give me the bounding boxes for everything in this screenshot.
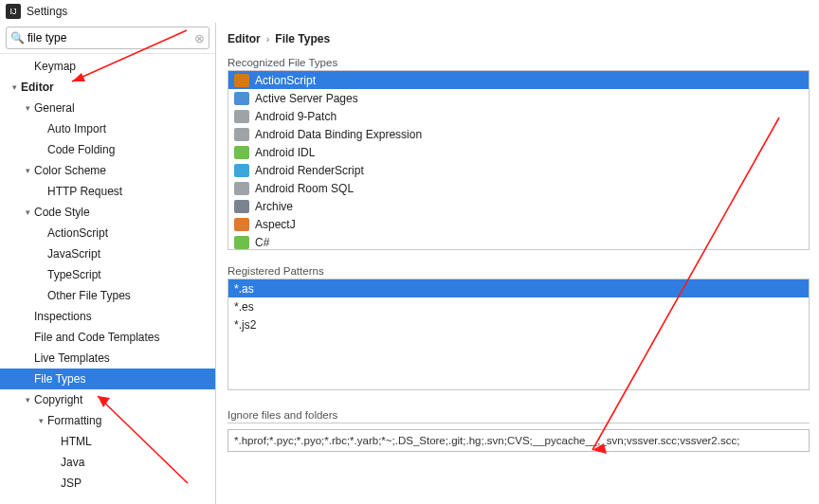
- pattern-row[interactable]: *.es: [228, 297, 809, 315]
- chevron-down-icon: ▾: [23, 103, 32, 113]
- filetype-row[interactable]: Android IDL: [228, 143, 809, 161]
- tree-item-label: General: [34, 101, 75, 115]
- breadcrumb: Editor › File Types: [228, 28, 810, 55]
- tree-item[interactable]: Inspections: [0, 306, 215, 327]
- tree-item-label: Inspections: [34, 310, 92, 323]
- filetype-row[interactable]: Active Server Pages: [228, 89, 809, 107]
- filetype-label: Android IDL: [255, 146, 315, 159]
- content-pane: Editor › File Types Recognized File Type…: [216, 23, 819, 504]
- search-icon: 🔍: [10, 31, 25, 45]
- tree-item-label: File and Code Templates: [34, 331, 160, 344]
- filetype-icon: [234, 236, 249, 249]
- filetype-label: Android Data Binding Expression: [255, 128, 422, 141]
- filetype-row[interactable]: Android Room SQL: [228, 179, 809, 197]
- filetype-icon: [234, 74, 249, 87]
- patterns-list[interactable]: *.as*.es*.js2: [228, 279, 810, 390]
- ignore-input[interactable]: [228, 429, 810, 452]
- filetype-label: AspectJ: [255, 218, 296, 231]
- tree-item-label: Code Style: [34, 206, 90, 219]
- clear-icon[interactable]: ⊗: [194, 31, 205, 45]
- tree-item[interactable]: Java: [0, 452, 215, 473]
- pattern-label: *.as: [234, 282, 254, 296]
- recognized-list[interactable]: ActionScriptActive Server PagesAndroid 9…: [228, 70, 810, 250]
- app-icon: IJ: [6, 4, 21, 19]
- chevron-down-icon: ▾: [36, 416, 46, 425]
- tree-item-label: File Types: [34, 372, 85, 386]
- filetype-icon: [234, 92, 249, 105]
- tree-item[interactable]: ActionScript: [0, 223, 215, 243]
- tree-item-label: Color Scheme: [34, 164, 106, 177]
- filetype-label: Archive: [255, 200, 293, 213]
- tree-item[interactable]: File and Code Templates: [0, 327, 215, 348]
- filetype-label: Android Room SQL: [255, 182, 354, 195]
- tree-item-label: Other File Types: [47, 289, 131, 302]
- ignore-head: Ignore files and folders: [228, 409, 810, 423]
- tree-item-label: TypeScript: [47, 268, 101, 281]
- filetype-row[interactable]: Android Data Binding Expression: [228, 125, 809, 143]
- settings-tree[interactable]: Keymap▾Editor▾GeneralAuto ImportCode Fol…: [0, 54, 215, 504]
- tree-item[interactable]: ▾Editor: [0, 77, 215, 98]
- tree-item-label: JavaScript: [47, 247, 100, 261]
- tree-item-label: Java: [61, 456, 84, 469]
- tree-item-label: ActionScript: [47, 226, 108, 240]
- filetype-row[interactable]: Android 9-Patch: [228, 107, 809, 125]
- window-title: Settings: [27, 5, 67, 18]
- chevron-down-icon: ▾: [23, 207, 32, 217]
- filetype-icon: [234, 218, 249, 231]
- filetype-icon: [234, 200, 249, 213]
- filetype-row[interactable]: Android RenderScript: [228, 161, 809, 179]
- chevron-right-icon: ›: [266, 33, 270, 45]
- tree-item-label: JSP: [61, 477, 82, 490]
- tree-item-label: Copyright: [34, 393, 82, 406]
- tree-item[interactable]: ▾Code Style: [0, 202, 215, 223]
- titlebar: IJ Settings: [0, 0, 819, 23]
- filetype-row[interactable]: ActionScript: [228, 71, 809, 89]
- tree-item[interactable]: ▾General: [0, 98, 215, 118]
- tree-item[interactable]: HTML: [0, 431, 215, 452]
- filetype-row[interactable]: C#: [228, 233, 809, 250]
- tree-item-label: HTTP Request: [47, 185, 122, 198]
- tree-item[interactable]: ▾Copyright: [0, 389, 215, 410]
- chevron-down-icon: ▾: [9, 82, 19, 92]
- tree-item-label: Keymap: [34, 60, 76, 73]
- filetype-label: Android 9-Patch: [255, 110, 337, 123]
- filetype-icon: [234, 128, 249, 141]
- search-row: 🔍 ⊗: [0, 23, 215, 54]
- patterns-head: Registered Patterns: [228, 265, 810, 277]
- search-box[interactable]: 🔍 ⊗: [6, 27, 209, 49]
- tree-item-label: Live Templates: [34, 351, 110, 365]
- tree-item-label: HTML: [61, 435, 92, 448]
- filetype-label: ActionScript: [255, 74, 316, 87]
- tree-item[interactable]: Code Folding: [0, 139, 215, 160]
- tree-item-label: Editor: [21, 81, 54, 94]
- pattern-row[interactable]: *.js2: [228, 315, 809, 333]
- tree-item[interactable]: Auto Import: [0, 118, 215, 139]
- tree-item[interactable]: Live Templates: [0, 348, 215, 369]
- tree-item[interactable]: TypeScript: [0, 264, 215, 285]
- tree-item-label: Auto Import: [47, 122, 106, 135]
- filetype-row[interactable]: AspectJ: [228, 215, 809, 233]
- sidebar: 🔍 ⊗ Keymap▾Editor▾GeneralAuto ImportCode…: [0, 23, 216, 504]
- tree-item[interactable]: JavaScript: [0, 243, 215, 264]
- tree-item[interactable]: ▾Formatting: [0, 410, 215, 431]
- breadcrumb-leaf: File Types: [275, 32, 330, 45]
- tree-item-label: Code Folding: [47, 143, 115, 156]
- tree-item[interactable]: HTTP Request: [0, 181, 215, 202]
- filetype-label: Android RenderScript: [255, 164, 364, 177]
- tree-item[interactable]: Other File Types: [0, 285, 215, 306]
- filetype-icon: [234, 110, 249, 123]
- tree-item[interactable]: ▾Color Scheme: [0, 160, 215, 181]
- filetype-icon: [234, 164, 249, 177]
- breadcrumb-root[interactable]: Editor: [228, 32, 261, 45]
- tree-item[interactable]: JSP: [0, 473, 215, 494]
- filetype-icon: [234, 146, 249, 159]
- tree-item[interactable]: Keymap: [0, 56, 215, 77]
- filetype-row[interactable]: Archive: [228, 197, 809, 215]
- search-input[interactable]: [27, 31, 194, 45]
- tree-item-label: Formatting: [47, 414, 101, 427]
- tree-item[interactable]: File Types: [0, 369, 215, 389]
- chevron-down-icon: ▾: [23, 395, 32, 405]
- pattern-row[interactable]: *.as: [228, 279, 809, 297]
- pattern-label: *.es: [234, 300, 254, 314]
- filetype-icon: [234, 182, 249, 195]
